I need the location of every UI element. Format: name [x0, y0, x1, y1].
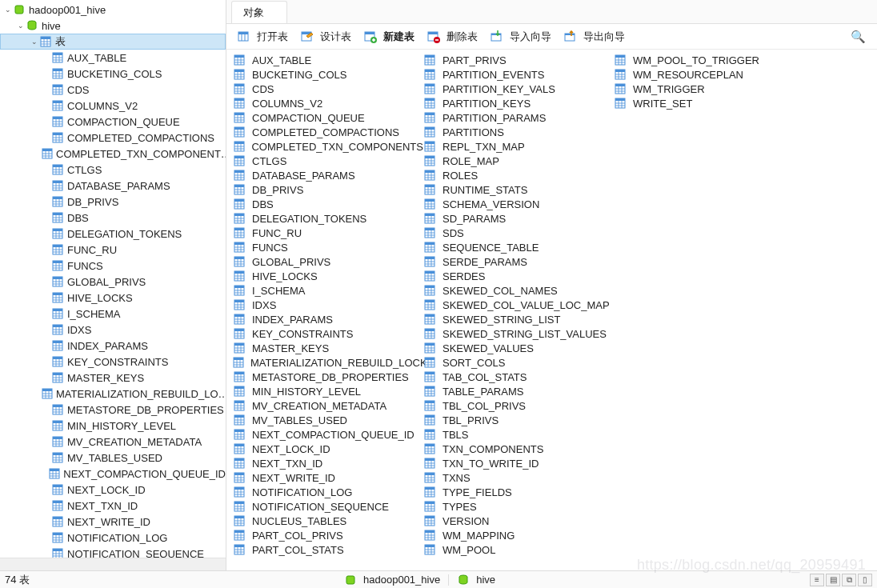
- tree-table-item[interactable]: DB_PRIVS: [0, 194, 226, 210]
- object-item[interactable]: NOTIFICATION_SEQUENCE: [233, 499, 423, 514]
- tree-table-item[interactable]: FUNC_RU: [0, 242, 226, 258]
- objects-area[interactable]: AUX_TABLEBUCKETING_COLSCDSCOLUMNS_V2COMP…: [226, 50, 877, 570]
- object-item[interactable]: NOTIFICATION_LOG: [233, 485, 423, 499]
- object-item[interactable]: DB_PRIVS: [233, 182, 423, 197]
- object-item[interactable]: NEXT_LOCK_ID: [233, 442, 423, 456]
- object-item[interactable]: DATABASE_PARAMS: [233, 168, 423, 182]
- chevron-down-icon[interactable]: ⌄: [30, 38, 39, 46]
- tree-table-item[interactable]: MATERIALIZATION_REBUILD_LO…: [0, 386, 226, 402]
- tree-table-item[interactable]: COMPLETED_COMPACTIONS: [0, 130, 226, 146]
- object-item[interactable]: FUNCS: [233, 240, 423, 254]
- tree-table-item[interactable]: CDS: [0, 82, 226, 98]
- design-table-button[interactable]: 设计表: [296, 28, 356, 46]
- tree-table-item[interactable]: FUNCS: [0, 258, 226, 274]
- object-item[interactable]: WM_RESOURCEPLAN: [614, 67, 804, 82]
- object-item[interactable]: PARTITIONS: [423, 125, 614, 139]
- object-item[interactable]: TBL_COL_PRIVS: [423, 398, 614, 413]
- tab-objects[interactable]: 对象: [231, 1, 287, 23]
- object-item[interactable]: DELEGATION_TOKENS: [233, 211, 423, 226]
- tree-table-item[interactable]: CTLGS: [0, 162, 226, 178]
- object-item[interactable]: MIN_HISTORY_LEVEL: [233, 384, 423, 398]
- tree-table-item[interactable]: BUCKETING_COLS: [0, 66, 226, 82]
- object-item[interactable]: ROLES: [423, 168, 614, 182]
- object-item[interactable]: NEXT_WRITE_ID: [233, 470, 423, 485]
- tree-table-item[interactable]: KEY_CONSTRAINTS: [0, 354, 226, 370]
- object-item[interactable]: TYPES: [423, 499, 614, 514]
- object-item[interactable]: MATERIALIZATION_REBUILD_LOCKS: [233, 355, 423, 370]
- tree-table-item[interactable]: NEXT_LOCK_ID: [0, 482, 226, 498]
- status-path-connection[interactable]: hadoop001_hive: [344, 574, 440, 586]
- tree-table-item[interactable]: NEXT_COMPACTION_QUEUE_ID: [0, 466, 226, 482]
- object-item[interactable]: SKEWED_COL_VALUE_LOC_MAP: [423, 298, 614, 312]
- view-detail-button[interactable]: ▤: [826, 574, 840, 586]
- tree-table-item[interactable]: MASTER_KEYS: [0, 370, 226, 386]
- object-item[interactable]: NEXT_COMPACTION_QUEUE_ID: [233, 427, 423, 442]
- object-item[interactable]: COLUMNS_V2: [233, 96, 423, 110]
- object-item[interactable]: COMPLETED_TXN_COMPONENTS: [233, 139, 423, 154]
- object-item[interactable]: PART_COL_PRIVS: [233, 528, 423, 542]
- object-item[interactable]: MV_TABLES_USED: [233, 413, 423, 427]
- object-item[interactable]: SD_PARAMS: [423, 211, 614, 226]
- tree-tables-node[interactable]: ⌄表: [0, 34, 226, 50]
- tree-table-item[interactable]: METASTORE_DB_PROPERTIES: [0, 402, 226, 418]
- search-icon[interactable]: 🔍: [846, 30, 871, 44]
- tree-table-item[interactable]: INDEX_PARAMS: [0, 338, 226, 354]
- object-item[interactable]: WM_MAPPING: [423, 528, 614, 542]
- view-erd-button[interactable]: ⧉: [842, 574, 856, 586]
- tree-table-item[interactable]: DATABASE_PARAMS: [0, 178, 226, 194]
- object-item[interactable]: HIVE_LOCKS: [233, 269, 423, 283]
- object-item[interactable]: CTLGS: [233, 154, 423, 168]
- object-item[interactable]: AUX_TABLE: [233, 53, 423, 67]
- object-item[interactable]: NUCLEUS_TABLES: [233, 514, 423, 528]
- tree-table-item[interactable]: AUX_TABLE: [0, 50, 226, 66]
- object-item[interactable]: SKEWED_VALUES: [423, 341, 614, 355]
- tree-table-item[interactable]: GLOBAL_PRIVS: [0, 274, 226, 290]
- object-item[interactable]: BUCKETING_COLS: [233, 67, 423, 82]
- new-table-button[interactable]: 新建表: [359, 28, 419, 46]
- object-item[interactable]: SKEWED_STRING_LIST: [423, 312, 614, 326]
- tree-table-item[interactable]: COLUMNS_V2: [0, 98, 226, 114]
- tree-table-item[interactable]: I_SCHEMA: [0, 306, 226, 322]
- export-wizard-button[interactable]: 导出向导: [559, 28, 630, 46]
- object-item[interactable]: METASTORE_DB_PROPERTIES: [233, 370, 423, 384]
- tree-connection[interactable]: ⌄hadoop001_hive: [0, 2, 226, 18]
- object-item[interactable]: MASTER_KEYS: [233, 341, 423, 355]
- object-item[interactable]: ROLE_MAP: [423, 154, 614, 168]
- object-item[interactable]: SORT_COLS: [423, 355, 614, 370]
- chevron-down-icon[interactable]: ⌄: [16, 22, 26, 30]
- object-item[interactable]: COMPACTION_QUEUE: [233, 110, 423, 125]
- object-item[interactable]: MV_CREATION_METADATA: [233, 398, 423, 413]
- tree-database[interactable]: ⌄hive: [0, 18, 226, 34]
- object-item[interactable]: SKEWED_COL_NAMES: [423, 283, 614, 298]
- object-item[interactable]: VERSION: [423, 514, 614, 528]
- object-item[interactable]: SERDES: [423, 269, 614, 283]
- object-item[interactable]: PART_PRIVS: [423, 53, 614, 67]
- open-table-button[interactable]: 打开表: [233, 28, 293, 46]
- tree-table-item[interactable]: NEXT_WRITE_ID: [0, 514, 226, 530]
- tree-table-item[interactable]: MV_TABLES_USED: [0, 450, 226, 466]
- tree-table-item[interactable]: NOTIFICATION_SEQUENCE: [0, 546, 226, 558]
- object-item[interactable]: WRITE_SET: [614, 96, 804, 110]
- tree-table-item[interactable]: NOTIFICATION_LOG: [0, 530, 226, 546]
- object-item[interactable]: PARTITION_KEY_VALS: [423, 82, 614, 96]
- object-item[interactable]: PARTITION_KEYS: [423, 96, 614, 110]
- tree-horizontal-scrollbar[interactable]: [0, 558, 226, 570]
- object-item[interactable]: KEY_CONSTRAINTS: [233, 326, 423, 341]
- object-item[interactable]: NEXT_TXN_ID: [233, 456, 423, 470]
- tree-table-item[interactable]: HIVE_LOCKS: [0, 290, 226, 306]
- tree-table-item[interactable]: DBS: [0, 210, 226, 226]
- delete-table-button[interactable]: 删除表: [422, 28, 483, 46]
- object-item[interactable]: SDS: [423, 226, 614, 240]
- object-item[interactable]: GLOBAL_PRIVS: [233, 254, 423, 269]
- tree-table-item[interactable]: COMPLETED_TXN_COMPONENT…: [0, 146, 226, 162]
- object-item[interactable]: I_SCHEMA: [233, 283, 423, 298]
- object-item[interactable]: TAB_COL_STATS: [423, 370, 614, 384]
- object-item[interactable]: SCHEMA_VERSION: [423, 197, 614, 211]
- object-item[interactable]: IDXS: [233, 298, 423, 312]
- tree-table-item[interactable]: COMPACTION_QUEUE: [0, 114, 226, 130]
- tree-table-item[interactable]: IDXS: [0, 322, 226, 338]
- object-item[interactable]: PARTITION_EVENTS: [423, 67, 614, 82]
- object-item[interactable]: DBS: [233, 197, 423, 211]
- object-item[interactable]: REPL_TXN_MAP: [423, 139, 614, 154]
- object-item[interactable]: TXN_COMPONENTS: [423, 442, 614, 456]
